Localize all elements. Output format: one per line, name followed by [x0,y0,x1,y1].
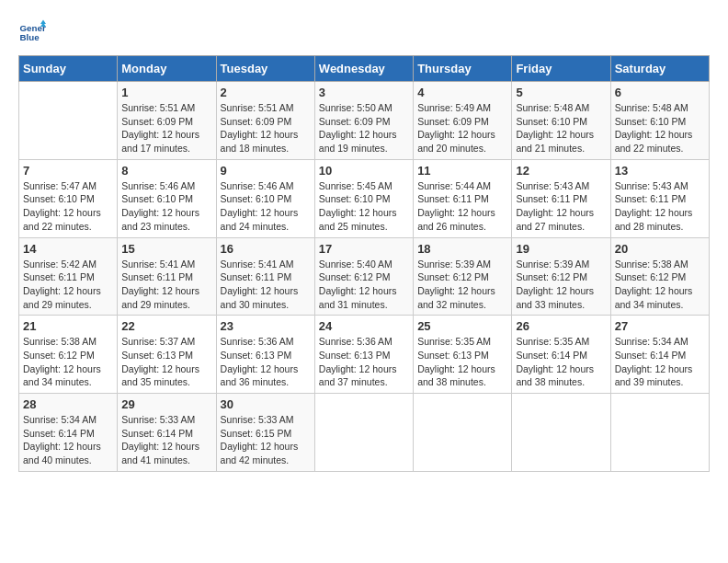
week-row-5: 28Sunrise: 5:34 AM Sunset: 6:14 PM Dayli… [19,394,710,472]
day-info: Sunrise: 5:45 AM Sunset: 6:10 PM Dayligh… [319,179,409,234]
day-info: Sunrise: 5:36 AM Sunset: 6:13 PM Dayligh… [319,335,409,389]
calendar-cell: 15Sunrise: 5:41 AM Sunset: 6:11 PM Dayli… [118,237,216,316]
day-number: 11 [417,164,507,178]
weekday-header-row: SundayMondayTuesdayWednesdayThursdayFrid… [19,56,710,82]
day-number: 6 [615,86,705,99]
day-number: 28 [23,397,113,411]
day-number: 30 [221,397,311,411]
day-number: 7 [23,164,113,178]
day-number: 2 [221,86,311,99]
calendar-cell: 8Sunrise: 5:46 AM Sunset: 6:10 PM Daylig… [118,159,216,237]
calendar-cell [19,82,118,160]
svg-text:Blue: Blue [20,32,40,42]
day-number: 29 [121,397,211,411]
day-number: 16 [221,242,311,256]
day-info: Sunrise: 5:37 AM Sunset: 6:13 PM Dayligh… [121,335,211,389]
day-info: Sunrise: 5:41 AM Sunset: 6:11 PM Dayligh… [221,258,311,312]
svg-text:General: General [20,23,47,33]
day-number: 17 [319,242,409,256]
day-info: Sunrise: 5:48 AM Sunset: 6:10 PM Dayligh… [516,101,606,155]
calendar-cell: 19Sunrise: 5:39 AM Sunset: 6:12 PM Dayli… [512,237,610,316]
day-number: 8 [121,164,211,178]
day-number: 9 [221,164,311,178]
weekday-header-monday: Monday [118,56,216,82]
logo: General Blue [18,18,51,46]
day-info: Sunrise: 5:49 AM Sunset: 6:09 PM Dayligh… [417,101,507,155]
calendar-cell: 29Sunrise: 5:33 AM Sunset: 6:14 PM Dayli… [118,394,216,472]
calendar-cell: 21Sunrise: 5:38 AM Sunset: 6:12 PM Dayli… [19,316,118,394]
day-number: 12 [516,164,606,178]
day-number: 25 [417,319,507,333]
day-number: 22 [121,319,211,333]
calendar-cell: 27Sunrise: 5:34 AM Sunset: 6:14 PM Dayli… [610,316,709,394]
calendar-cell: 22Sunrise: 5:37 AM Sunset: 6:13 PM Dayli… [118,316,216,394]
day-info: Sunrise: 5:48 AM Sunset: 6:10 PM Dayligh… [615,101,705,155]
day-number: 14 [23,242,113,256]
day-number: 24 [319,319,409,333]
day-number: 15 [121,242,211,256]
weekday-header-saturday: Saturday [610,56,709,82]
calendar-cell: 2Sunrise: 5:51 AM Sunset: 6:09 PM Daylig… [216,82,314,160]
calendar-cell: 12Sunrise: 5:43 AM Sunset: 6:11 PM Dayli… [512,159,610,237]
day-info: Sunrise: 5:50 AM Sunset: 6:09 PM Dayligh… [319,101,409,155]
day-number: 21 [23,319,113,333]
day-info: Sunrise: 5:44 AM Sunset: 6:11 PM Dayligh… [417,179,507,234]
week-row-2: 7Sunrise: 5:47 AM Sunset: 6:10 PM Daylig… [19,159,710,237]
calendar-cell [610,394,709,472]
day-info: Sunrise: 5:38 AM Sunset: 6:12 PM Dayligh… [615,258,705,312]
day-number: 3 [319,86,409,99]
calendar-cell [314,394,413,472]
day-info: Sunrise: 5:38 AM Sunset: 6:12 PM Dayligh… [23,335,113,389]
calendar-cell: 9Sunrise: 5:46 AM Sunset: 6:10 PM Daylig… [216,159,314,237]
calendar-cell: 16Sunrise: 5:41 AM Sunset: 6:11 PM Dayli… [216,237,314,316]
calendar-cell: 7Sunrise: 5:47 AM Sunset: 6:10 PM Daylig… [19,159,118,237]
day-info: Sunrise: 5:33 AM Sunset: 6:15 PM Dayligh… [221,413,311,467]
calendar-cell: 10Sunrise: 5:45 AM Sunset: 6:10 PM Dayli… [314,159,413,237]
day-number: 23 [221,319,311,333]
day-number: 19 [516,242,606,256]
day-info: Sunrise: 5:39 AM Sunset: 6:12 PM Dayligh… [516,258,606,312]
weekday-header-sunday: Sunday [19,56,118,82]
calendar-cell: 6Sunrise: 5:48 AM Sunset: 6:10 PM Daylig… [610,82,709,160]
calendar-cell [512,394,610,472]
day-info: Sunrise: 5:36 AM Sunset: 6:13 PM Dayligh… [221,335,311,389]
day-number: 18 [417,242,507,256]
weekday-header-tuesday: Tuesday [216,56,314,82]
day-number: 20 [615,242,705,256]
calendar-cell: 4Sunrise: 5:49 AM Sunset: 6:09 PM Daylig… [414,82,512,160]
logo-icon: General Blue [18,18,46,46]
day-info: Sunrise: 5:46 AM Sunset: 6:10 PM Dayligh… [221,179,311,234]
day-info: Sunrise: 5:39 AM Sunset: 6:12 PM Dayligh… [417,258,507,312]
calendar-cell: 3Sunrise: 5:50 AM Sunset: 6:09 PM Daylig… [314,82,413,160]
weekday-header-wednesday: Wednesday [314,56,413,82]
day-info: Sunrise: 5:51 AM Sunset: 6:09 PM Dayligh… [121,101,211,155]
week-row-3: 14Sunrise: 5:42 AM Sunset: 6:11 PM Dayli… [19,237,710,316]
calendar-table: SundayMondayTuesdayWednesdayThursdayFrid… [18,55,710,472]
page-header: General Blue [18,18,710,46]
day-number: 10 [319,164,409,178]
calendar-cell: 18Sunrise: 5:39 AM Sunset: 6:12 PM Dayli… [414,237,512,316]
calendar-cell: 11Sunrise: 5:44 AM Sunset: 6:11 PM Dayli… [414,159,512,237]
day-info: Sunrise: 5:41 AM Sunset: 6:11 PM Dayligh… [121,258,211,312]
day-info: Sunrise: 5:34 AM Sunset: 6:14 PM Dayligh… [615,335,705,389]
calendar-cell: 23Sunrise: 5:36 AM Sunset: 6:13 PM Dayli… [216,316,314,394]
calendar-cell: 24Sunrise: 5:36 AM Sunset: 6:13 PM Dayli… [314,316,413,394]
day-info: Sunrise: 5:34 AM Sunset: 6:14 PM Dayligh… [23,413,113,467]
day-number: 27 [615,319,705,333]
day-info: Sunrise: 5:42 AM Sunset: 6:11 PM Dayligh… [23,258,113,312]
week-row-1: 1Sunrise: 5:51 AM Sunset: 6:09 PM Daylig… [19,82,710,160]
day-info: Sunrise: 5:33 AM Sunset: 6:14 PM Dayligh… [121,413,211,467]
day-number: 1 [121,86,211,99]
calendar-cell: 5Sunrise: 5:48 AM Sunset: 6:10 PM Daylig… [512,82,610,160]
day-info: Sunrise: 5:47 AM Sunset: 6:10 PM Dayligh… [23,179,113,234]
calendar-cell: 25Sunrise: 5:35 AM Sunset: 6:13 PM Dayli… [414,316,512,394]
day-info: Sunrise: 5:40 AM Sunset: 6:12 PM Dayligh… [319,258,409,312]
weekday-header-thursday: Thursday [414,56,512,82]
day-number: 5 [516,86,606,99]
calendar-cell: 26Sunrise: 5:35 AM Sunset: 6:14 PM Dayli… [512,316,610,394]
day-info: Sunrise: 5:46 AM Sunset: 6:10 PM Dayligh… [121,179,211,234]
week-row-4: 21Sunrise: 5:38 AM Sunset: 6:12 PM Dayli… [19,316,710,394]
day-number: 13 [615,164,705,178]
day-info: Sunrise: 5:43 AM Sunset: 6:11 PM Dayligh… [615,179,705,234]
calendar-cell: 20Sunrise: 5:38 AM Sunset: 6:12 PM Dayli… [610,237,709,316]
